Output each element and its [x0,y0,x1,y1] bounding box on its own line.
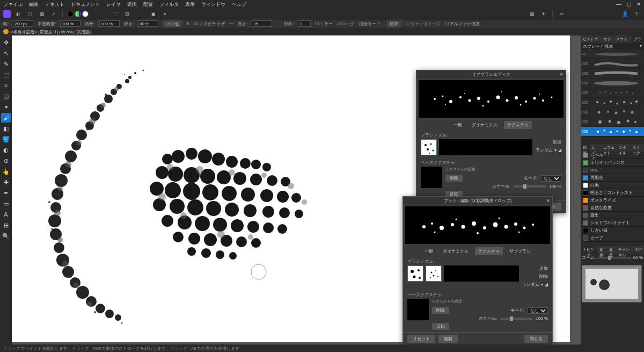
snap-icon[interactable]: ⊞ [123,10,131,18]
menu-view[interactable]: 表示 [185,1,195,8]
adjustment-item[interactable]: 再配色 [581,174,644,182]
rope-mode-icon[interactable]: 〰 [229,21,233,26]
close-icon[interactable]: ✕ [636,1,641,7]
duplicate-button[interactable]: 複製 [438,335,458,343]
symmetry-input[interactable] [298,20,311,27]
autoselect-icon[interactable]: ⬚ [111,10,120,18]
nozzle-thumbnail-1[interactable] [407,265,423,282]
tab-histogram[interactable]: ヒストグラム [581,35,601,43]
flow-input[interactable] [99,20,120,27]
text-tool[interactable]: A [1,210,11,219]
adjustment-item[interactable]: しきい値 [581,227,644,234]
menu-select[interactable]: 選択 [127,1,137,8]
tab-styles[interactable]: スタイル [617,144,630,152]
brush-item[interactable]: 200 [581,98,644,107]
marquee-tool[interactable]: ◫ [1,91,11,101]
invert-button[interactable]: 反転 [432,323,449,330]
paint-brush-tool[interactable]: 🖌 [1,113,11,123]
random-dropdown[interactable]: ランダム [522,282,539,288]
close-button[interactable]: 閉じる [524,335,548,343]
shape-tool[interactable]: ▭ [1,199,11,209]
tab-channels[interactable]: チャンネル [616,246,633,254]
menu-file[interactable]: ファイル [3,1,23,8]
tab-dynamics[interactable]: ダイナミクス [440,247,472,255]
move-tool[interactable]: ↖ [1,48,11,58]
close-icon[interactable]: ✕ [560,72,564,77]
pen-tool[interactable]: ✒ [1,188,11,198]
adjustment-item[interactable]: シャドウ/ハイライト [581,219,644,227]
width-input[interactable] [13,20,33,27]
heal-tool[interactable]: ✚ [1,177,11,187]
tab-brush[interactable]: ブラシ [632,35,644,43]
erase-tool[interactable]: ◧ [1,124,11,133]
view-tool[interactable]: ✥ [1,38,11,47]
tab-general[interactable]: 一般 [421,247,436,255]
maximize-icon[interactable]: ◻ [627,1,631,7]
tab-stock[interactable]: ストック [631,144,644,152]
adjustment-item[interactable]: カーブ [581,234,644,242]
persona-photo-icon[interactable] [3,10,11,18]
menu-layer[interactable]: レイヤ [106,1,121,8]
tab-color[interactable]: カラー [601,35,613,43]
ramp-icon[interactable]: ◢ [558,148,561,153]
tab-dynamics[interactable]: ダイナミクス [469,121,501,129]
ramp-icon[interactable]: ◢ [545,282,548,287]
remove-button[interactable]: 削除 [432,307,449,314]
adjustment-item[interactable]: 白黒 [581,182,644,189]
tab-history[interactable]: 履歴 [607,246,616,254]
nozzle-thumbnail[interactable] [421,139,437,155]
nozzle-thumbnail-2[interactable] [426,265,442,282]
persona-develop-icon[interactable]: ⬡ [26,10,34,18]
zoom-slider[interactable] [598,257,631,259]
brush-category-dropdown[interactable]: スプレーと飛沫▾ [581,43,644,49]
texture-thumbnail[interactable] [421,167,442,188]
grid-icon[interactable]: ▦ [528,10,536,18]
remove-button[interactable]: 削除 [445,175,463,182]
menu-arrange[interactable]: 配置 [143,1,153,8]
brush-item[interactable]: 200 [581,69,644,78]
adjustment-item[interactable]: ホワイトバランス [581,159,644,167]
selection-tool[interactable]: ⬚ [1,70,11,80]
navigator-thumbnail[interactable] [582,265,642,303]
tab-texture[interactable]: テクスチャ [504,121,532,129]
adjustment-item[interactable]: 自然な彩度 [581,204,644,212]
zoom-tool[interactable]: 🔍 [1,231,11,241]
tab-adjustments[interactable]: 調整 [581,144,590,152]
scale-slider[interactable] [500,318,532,320]
brush-item-selected[interactable]: 200 [581,127,644,137]
add-button[interactable]: 追加 [539,265,548,271]
account-icon[interactable]: 👤 [620,10,629,18]
reset-button[interactable]: リセット [407,335,435,343]
brush-item[interactable]: 200 [581,59,644,69]
menu-help[interactable]: ヘルプ [232,1,246,8]
mode-dropdown[interactable]: なし [541,175,561,182]
menu-filter[interactable]: フィルタ [159,1,179,8]
menu-text[interactable]: テキスト [45,1,64,8]
slider-icon[interactable]: ━ [557,10,566,18]
adjustment-item[interactable]: レベル [581,152,644,159]
texture-thumbnail[interactable] [407,299,429,320]
persona-export-icon[interactable]: ↗ [49,10,58,18]
swatch-spectrum[interactable] [75,11,81,17]
flood-select-tool[interactable]: ✦ [1,102,11,112]
dialog-titlebar[interactable]: ブラシ - 編集 [水彩調飛沫ドロップ] ✕ [403,197,552,204]
toggle-icon[interactable]: ▾ [160,10,169,18]
remove-nozzle-button[interactable]: 削除 [539,274,548,279]
close-icon[interactable]: ✕ [546,198,550,203]
tab-subbrush[interactable]: サブブラシ [506,247,534,255]
hardness-input[interactable] [138,20,158,27]
lock-checkbox[interactable]: ☐ ロック [337,21,355,27]
brush-item[interactable]: 40 [581,49,644,59]
crop-tool[interactable]: ⌗ [1,81,11,90]
menu-document[interactable]: ドキュメント [71,1,100,8]
persona-tone-icon[interactable]: ▦ [38,10,46,18]
scale-slider[interactable] [514,185,546,188]
opacity-input[interactable] [60,20,80,27]
nozzle-strip[interactable] [444,265,519,282]
minimize-icon[interactable]: — [616,1,621,7]
help-icon[interactable]: ? [632,10,641,18]
protect-alpha-checkbox[interactable]: ☐ アルファの保護 [445,21,480,27]
length-input[interactable] [252,20,272,27]
adjustment-item[interactable]: 露出 [581,212,644,219]
menu-window[interactable]: ウィンドウ [201,1,225,8]
